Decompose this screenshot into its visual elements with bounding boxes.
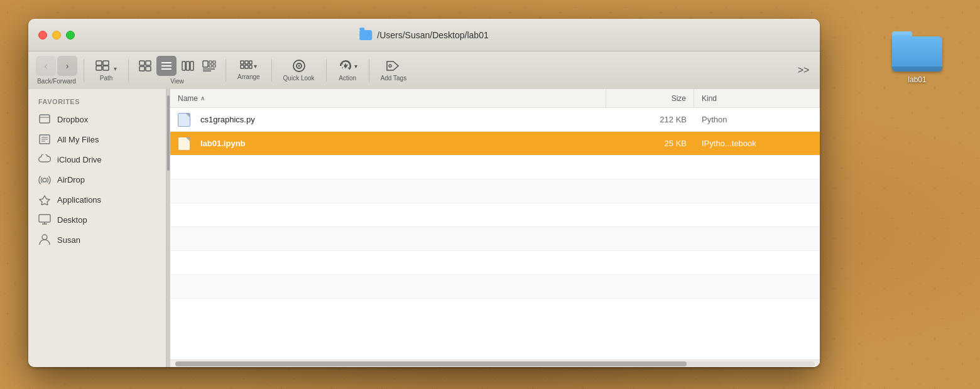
file-size-text-lab01: 25 KB bbox=[665, 139, 687, 148]
col-size-text: Size bbox=[672, 94, 686, 103]
file-icon-lab01 bbox=[178, 137, 190, 151]
close-button[interactable] bbox=[38, 31, 47, 40]
svg-rect-17 bbox=[209, 65, 212, 67]
svg-rect-4 bbox=[139, 61, 144, 65]
svg-rect-14 bbox=[203, 61, 208, 67]
svg-rect-13 bbox=[190, 61, 193, 70]
file-size-lab01: 25 KB bbox=[606, 139, 694, 148]
column-header-size[interactable]: Size bbox=[606, 89, 694, 107]
arrange-label: Arrange bbox=[237, 73, 260, 80]
desktop-folder-icon[interactable]: lab01 bbox=[892, 31, 942, 84]
svg-rect-23 bbox=[249, 61, 252, 64]
separator-4 bbox=[271, 59, 272, 82]
back-forward-group: ‹ › Back/Forward bbox=[36, 56, 77, 85]
svg-rect-12 bbox=[187, 61, 190, 70]
icloud-drive-icon bbox=[38, 153, 51, 166]
quick-look-label: Quick Look bbox=[283, 75, 315, 82]
applications-label: Applications bbox=[57, 195, 101, 205]
folder-bottom bbox=[892, 67, 942, 72]
svg-point-38 bbox=[43, 178, 46, 182]
svg-rect-1 bbox=[96, 66, 102, 70]
desktop-folder-label: lab01 bbox=[908, 75, 926, 84]
sidebar-item-susan[interactable]: Susan bbox=[28, 230, 166, 250]
path-button[interactable]: ▾ Path bbox=[90, 57, 122, 84]
forward-button[interactable]: › bbox=[57, 56, 77, 76]
view-gallery-btn[interactable] bbox=[199, 56, 219, 76]
traffic-lights bbox=[38, 31, 75, 40]
back-forward-label: Back/Forward bbox=[37, 78, 76, 85]
svg-rect-39 bbox=[39, 215, 50, 222]
file-icon-cs1graphics bbox=[178, 113, 190, 127]
folder-body bbox=[892, 36, 942, 72]
sidebar-item-all-my-files[interactable]: All My Files bbox=[28, 129, 166, 149]
susan-label: Susan bbox=[57, 235, 80, 245]
arrange-button[interactable]: ▾ Arrange bbox=[232, 58, 265, 83]
svg-point-30 bbox=[344, 65, 347, 68]
dropbox-label: Dropbox bbox=[57, 115, 88, 124]
main-content: Favorites Dropbox bbox=[28, 89, 820, 367]
sidebar-item-dropbox[interactable]: Dropbox bbox=[28, 109, 166, 129]
svg-rect-7 bbox=[146, 67, 151, 71]
maximize-button[interactable] bbox=[66, 31, 75, 40]
column-header-name[interactable]: Name ∧ bbox=[170, 89, 606, 107]
file-list-scrollbar[interactable] bbox=[170, 360, 820, 367]
dropbox-icon bbox=[38, 113, 51, 125]
file-row-empty-4 bbox=[170, 227, 820, 251]
view-icon-btn[interactable] bbox=[135, 56, 155, 76]
quick-look-button[interactable]: Quick Look bbox=[278, 56, 320, 84]
column-header-kind[interactable]: Kind bbox=[694, 89, 820, 107]
arrange-dropdown-arrow: ▾ bbox=[254, 63, 257, 70]
minimize-button[interactable] bbox=[52, 31, 61, 40]
svg-rect-2 bbox=[103, 61, 109, 65]
separator-5 bbox=[326, 59, 327, 82]
path-label: Path bbox=[100, 75, 113, 82]
svg-point-29 bbox=[298, 65, 300, 67]
svg-rect-18 bbox=[213, 65, 215, 67]
file-row-empty-5 bbox=[170, 251, 820, 275]
file-kind-cs1graphics: Python bbox=[694, 115, 820, 124]
airdrop-label: AirDrop bbox=[57, 175, 85, 184]
sidebar-item-applications[interactable]: Applications bbox=[28, 189, 166, 210]
svg-rect-26 bbox=[249, 65, 252, 68]
file-row-empty-6 bbox=[170, 275, 820, 299]
desktop-label: Desktop bbox=[57, 215, 87, 225]
separator-1 bbox=[84, 59, 84, 82]
finder-window: /Users/Susan/Desktop/lab01 ‹ › Back/Forw… bbox=[28, 19, 820, 367]
file-size-cs1graphics: 212 KB bbox=[606, 115, 694, 124]
sidebar-item-desktop[interactable]: Desktop bbox=[28, 210, 166, 230]
view-list-btn[interactable] bbox=[156, 56, 177, 76]
svg-rect-5 bbox=[146, 61, 151, 65]
file-row-lab01[interactable]: lab01.ipynb 25 KB IPytho...tebook bbox=[170, 132, 820, 156]
favorites-section-title: Favorites bbox=[28, 89, 166, 109]
sidebar-item-airdrop[interactable]: AirDrop bbox=[28, 169, 166, 189]
separator-6 bbox=[369, 59, 369, 82]
airdrop-icon bbox=[38, 173, 51, 186]
applications-icon bbox=[38, 193, 51, 206]
file-list-header: Name ∧ Size Kind bbox=[170, 89, 820, 108]
all-my-files-label: All My Files bbox=[57, 135, 99, 144]
file-kind-text-lab01: IPytho...tebook bbox=[702, 139, 756, 148]
file-name-cell-lab01: lab01.ipynb bbox=[170, 137, 606, 151]
add-tags-button[interactable]: Add Tags bbox=[376, 56, 412, 84]
file-name-cs1graphics: cs1graphics.py bbox=[200, 115, 255, 124]
separator-2 bbox=[128, 59, 129, 82]
toolbar: ‹ › Back/Forward ▾ Path bbox=[28, 51, 820, 89]
svg-rect-11 bbox=[182, 61, 185, 70]
col-name-text: Name bbox=[178, 94, 198, 103]
title-folder-icon bbox=[359, 30, 372, 40]
file-kind-text-cs1graphics: Python bbox=[702, 115, 727, 124]
sidebar-item-icloud-drive[interactable]: iCloud Drive bbox=[28, 149, 166, 169]
toolbar-more-button[interactable]: >> bbox=[795, 61, 812, 79]
svg-rect-22 bbox=[245, 61, 248, 64]
add-tags-label: Add Tags bbox=[381, 75, 407, 82]
back-button[interactable]: ‹ bbox=[36, 56, 56, 76]
view-column-btn[interactable] bbox=[178, 56, 198, 76]
action-button[interactable]: ▾ Action bbox=[333, 56, 362, 84]
file-row-cs1graphics[interactable]: cs1graphics.py 212 KB Python bbox=[170, 108, 820, 132]
svg-rect-32 bbox=[40, 115, 50, 123]
all-my-files-icon bbox=[38, 133, 51, 146]
title-bar: /Users/Susan/Desktop/lab01 bbox=[28, 19, 820, 51]
title-text: /Users/Susan/Desktop/lab01 bbox=[377, 30, 488, 40]
file-rows: cs1graphics.py 212 KB Python lab01.ipynb bbox=[170, 108, 820, 360]
sidebar-scrollbar[interactable] bbox=[166, 89, 170, 367]
